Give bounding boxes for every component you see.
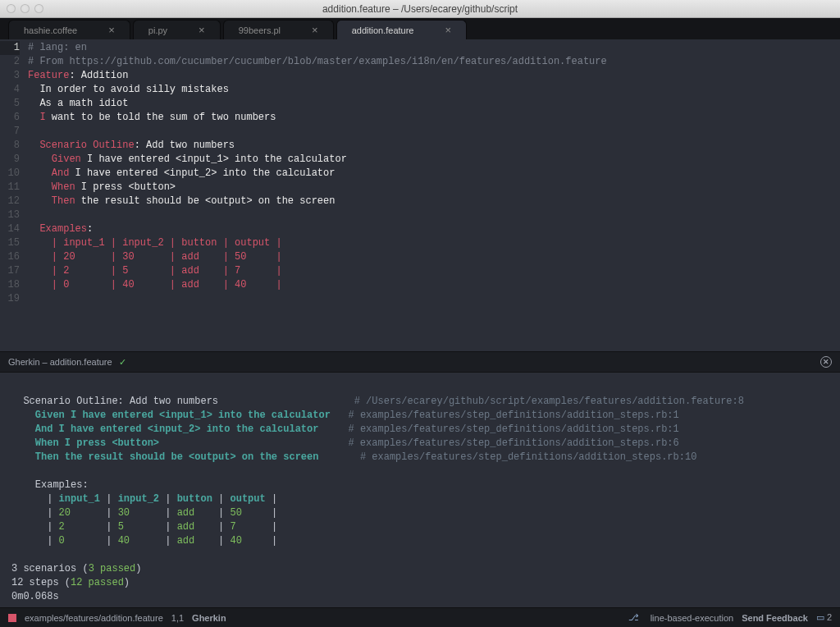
code-line: | 20 | 30 | add | 50 | (28, 251, 282, 263)
code-line: In order to avoid silly mistakes (28, 84, 229, 95)
tab-label: pi.py (148, 25, 167, 35)
code-line: # From https://github.com/cucumber/cucum… (28, 56, 607, 67)
code-line: | input_1 | input_2 | button | output | (28, 237, 282, 249)
close-icon[interactable]: × (312, 24, 318, 36)
zoom-window-button[interactable] (34, 4, 43, 13)
code-line: Examples: (28, 223, 93, 235)
tab-pi-py[interactable]: pi.py × (133, 20, 221, 39)
out-summary: 3 scenarios (3 passed) (11, 563, 141, 574)
status-path[interactable]: examples/features/addition.feature (25, 613, 163, 623)
bell-icon (816, 612, 827, 622)
tab-bar: hashie.coffee × pi.py × 99beers.pl × add… (0, 18, 840, 39)
out-table-row: | 20 | 30 | add | 50 | (11, 507, 277, 519)
status-branch[interactable]: line-based-execution (651, 613, 734, 623)
tab-addition-feature[interactable]: addition.feature × (336, 20, 467, 39)
traffic-lights (0, 4, 43, 13)
out-table-row: | 0 | 40 | add | 40 | (11, 535, 277, 547)
status-bar: examples/features/addition.feature 1,1 G… (0, 607, 840, 627)
tab-hashie-coffee[interactable]: hashie.coffee × (8, 20, 130, 39)
code-line: And I have entered <input_2> into the ca… (28, 167, 335, 179)
status-language[interactable]: Gherkin (192, 613, 226, 623)
notification-badge[interactable]: 2 (816, 612, 832, 623)
out-line: Scenario Outline: Add two numbers # /Use… (11, 396, 744, 407)
title-bar: addition.feature – /Users/ecarey/github/… (0, 0, 840, 18)
code-line: As a math idiot (28, 98, 128, 109)
code-line: | 0 | 40 | add | 40 | (28, 279, 282, 291)
tab-label: 99beers.pl (239, 25, 281, 35)
code-line: When I press <button> (28, 181, 176, 193)
code-line: Then the result should be <output> on th… (28, 195, 335, 207)
out-line: Given I have entered <input_1> into the … (11, 410, 679, 421)
close-panel-button[interactable]: ✕ (820, 356, 832, 368)
output-panel[interactable]: Scenario Outline: Add two numbers # /Use… (0, 373, 840, 607)
out-summary: 12 steps (12 passed) (11, 577, 130, 588)
window-title: addition.feature – /Users/ecarey/github/… (0, 3, 840, 15)
code-area[interactable]: # lang: en # From https://github.com/cuc… (25, 39, 840, 351)
code-line: Scenario Outline: Add two numbers (28, 140, 235, 151)
status-indicator-icon (8, 614, 16, 622)
tab-label: addition.feature (352, 25, 414, 35)
code-line: # lang: en (28, 42, 87, 53)
close-window-button[interactable] (7, 4, 16, 13)
out-line: Then the result should be <output> on th… (11, 451, 696, 463)
tab-label: hashie.coffee (24, 25, 77, 35)
out-line: And I have entered <input_2> into the ca… (11, 423, 679, 435)
minimize-window-button[interactable] (21, 4, 30, 13)
code-line: | 2 | 5 | add | 7 | (28, 265, 282, 277)
out-table-header: | input_1 | input_2 | button | output | (11, 493, 277, 505)
out-line: When I press <button> # examples/feature… (11, 437, 679, 449)
close-icon[interactable]: × (445, 24, 452, 36)
close-icon[interactable]: × (199, 24, 205, 36)
check-icon: ✓ (119, 357, 126, 368)
send-feedback-link[interactable]: Send Feedback (742, 613, 808, 623)
tab-99beers-pl[interactable]: 99beers.pl × (223, 20, 334, 39)
status-cursor[interactable]: 1,1 (171, 613, 184, 623)
gutter: 12345678910111213141516171819 (0, 39, 25, 351)
close-icon[interactable]: × (108, 24, 115, 36)
code-line: Given I have entered <input_1> into the … (28, 153, 347, 165)
out-table-row: | 2 | 5 | add | 7 | (11, 521, 277, 533)
panel-title: Gherkin – addition.feature (8, 357, 112, 367)
out-time: 0m0.068s (11, 591, 59, 602)
code-line: Feature: Addition (28, 70, 128, 81)
code-line: I want to be told the sum of two numbers (28, 112, 276, 123)
panel-header: Gherkin – addition.feature ✓ ✕ (0, 351, 840, 373)
branch-icon (628, 612, 642, 623)
out-line: Examples: (11, 479, 89, 491)
editor[interactable]: 12345678910111213141516171819 # lang: en… (0, 39, 840, 351)
